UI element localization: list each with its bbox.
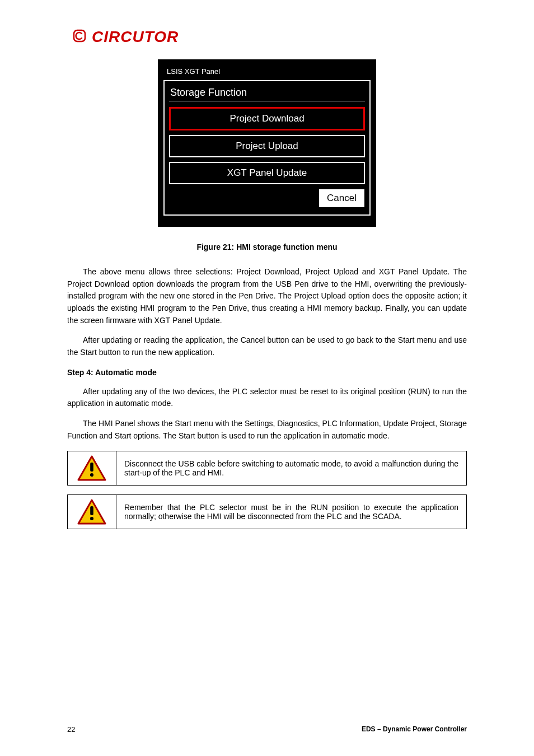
svg-rect-5 — [90, 506, 93, 515]
step4-paragraph-2: The HMI Panel shows the Start menu with … — [67, 418, 467, 442]
page-footer: 22 EDS – Dynamic Power Controller — [67, 725, 467, 734]
warning-text-2: Remember that the PLC selector must be i… — [116, 495, 466, 529]
step4-title: Step 4: Automatic mode — [67, 367, 467, 379]
svg-point-6 — [90, 517, 93, 520]
figure-caption: Figure 21: HMI storage function menu — [67, 242, 467, 251]
project-upload-button[interactable]: Project Upload — [169, 135, 365, 157]
brand-name: CIRCUTOR — [92, 28, 179, 46]
svg-point-3 — [90, 473, 93, 477]
svg-rect-2 — [90, 463, 93, 472]
body-paragraph-1: The above menu allows three selections: … — [67, 266, 467, 326]
cancel-button[interactable]: Cancel — [318, 189, 365, 208]
hmi-window-title: LSIS XGT Panel — [163, 65, 371, 80]
warning-text-1: Disconnect the USB cable before switchin… — [116, 451, 466, 485]
step4-paragraph-1: After updating any of the two devices, t… — [67, 386, 467, 410]
project-download-button[interactable]: Project Download — [169, 107, 365, 130]
brand-logo: CIRCUTOR — [72, 28, 467, 46]
hmi-section-title: Storage Function — [169, 85, 365, 101]
warning-icon — [68, 495, 116, 529]
warning-box-2: Remember that the PLC selector must be i… — [67, 494, 467, 529]
warning-icon — [68, 451, 116, 485]
hmi-panel-figure: LSIS XGT Panel Storage Function Project … — [158, 59, 376, 227]
body-paragraph-2: After updating or reading the applicatio… — [67, 334, 467, 358]
brand-logo-icon — [72, 28, 87, 46]
doc-reference: EDS – Dynamic Power Controller — [362, 725, 467, 734]
page-number: 22 — [67, 725, 75, 734]
hmi-storage-dialog: Storage Function Project Download Projec… — [163, 80, 371, 216]
xgt-panel-update-button[interactable]: XGT Panel Update — [169, 162, 365, 184]
warning-box-1: Disconnect the USB cable before switchin… — [67, 451, 467, 486]
